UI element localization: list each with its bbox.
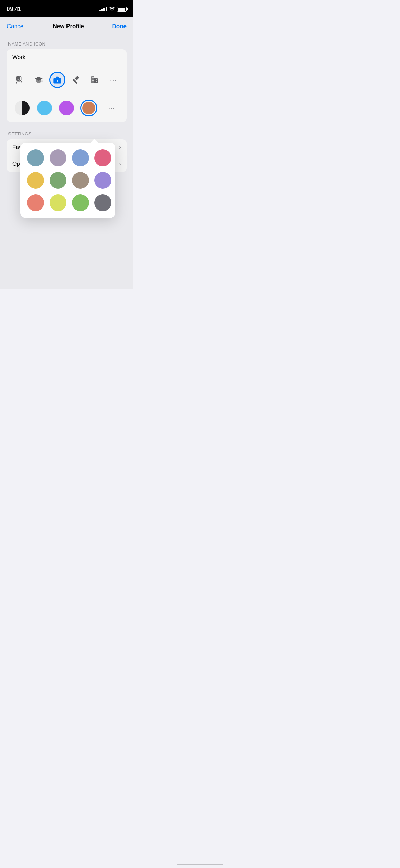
color-grid-item-pink[interactable]	[94, 149, 111, 166]
color-grid-item-teal[interactable]	[27, 149, 44, 166]
color-grid-item-gray[interactable]	[94, 194, 111, 211]
color-grid-item-lime-yellow[interactable]	[50, 194, 66, 211]
color-picker-popup	[20, 143, 115, 218]
color-grid-item-yellow[interactable]	[27, 172, 44, 189]
color-grid-item-green[interactable]	[72, 194, 89, 211]
color-grid-item-periwinkle[interactable]	[94, 172, 111, 189]
color-grid	[27, 149, 109, 211]
popup-arrow	[90, 139, 98, 143]
color-grid-item-blue[interactable]	[72, 149, 89, 166]
color-grid-item-sage[interactable]	[50, 172, 66, 189]
color-grid-item-coral[interactable]	[27, 194, 44, 211]
color-grid-item-lavender[interactable]	[50, 149, 66, 166]
color-grid-item-tan[interactable]	[72, 172, 89, 189]
